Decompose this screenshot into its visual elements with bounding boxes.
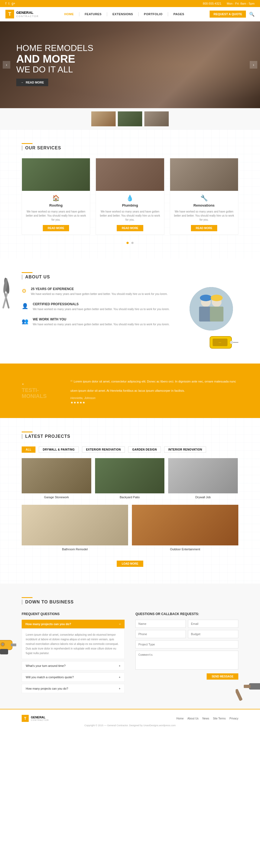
main-nav: T GENERAL CONTRACTOR HOME | FEATURES | E…: [0, 7, 260, 22]
drill-decoration: [0, 629, 16, 663]
social-links[interactable]: f t g+: [5, 2, 15, 5]
faq-question-3[interactable]: Will you match a competitors quote? +: [22, 673, 125, 682]
work-content: WE WORK WITH YOU We have worked so many …: [33, 317, 169, 327]
faq-question-2[interactable]: What's your turn around time? +: [22, 661, 125, 671]
hero-thumb-3[interactable]: [144, 112, 169, 126]
slider-dots: [22, 240, 238, 245]
garage-image: [22, 458, 91, 493]
hero-next-arrow[interactable]: ›: [250, 61, 257, 69]
svg-rect-8: [210, 307, 223, 321]
service-card-plumbing: 💧 Plumbing We have worked so many years …: [96, 158, 164, 235]
professionals-content: CERTIFIED PROFESSIONALS We have worked s…: [33, 302, 169, 311]
nav-pages[interactable]: PAGES: [173, 12, 184, 16]
projects-filter: All Drywall & Painting Exterior Renovati…: [22, 446, 238, 453]
nav-right: Request a Quote 🔍: [209, 10, 255, 18]
footer-logo-text: GENERAL CONTRACTOR: [31, 716, 49, 721]
filter-exterior[interactable]: Exterior Renovation: [82, 446, 125, 453]
drywall-image: [168, 458, 238, 493]
hero-section: ‹ HOME REMODELS AND MORE WE DO IT ALL Re…: [0, 22, 260, 108]
project-card-backyard: Backyard Patio: [95, 458, 165, 501]
plumbing-icon: 💧: [96, 195, 164, 202]
submit-wrap: Send Message: [135, 673, 238, 680]
hero-read-more-button[interactable]: Read More: [16, 79, 48, 86]
nav-extensions[interactable]: EXTENSIONS: [112, 12, 133, 16]
logo-text: GENERAL CONTRACTOR: [16, 10, 39, 18]
experience-content: 25 YEARS OF EXPERIENCE We have worked so…: [31, 287, 168, 296]
renovations-read-more-button[interactable]: Read More: [191, 225, 217, 231]
testimonials-label: ✦ TESTI-MONIALS: [22, 382, 60, 399]
filter-garden[interactable]: Garden Design: [128, 446, 161, 453]
nav-features[interactable]: FEATURES: [85, 12, 102, 16]
about-left: ⚙ 25 YEARS OF EXPERIENCE We have worked …: [22, 287, 179, 333]
section-divider: [22, 143, 32, 144]
footer-links: Home About Us News Site Terms Privacy: [176, 717, 238, 720]
projects-section: LATEST PROJECTS All Drywall & Painting E…: [0, 418, 260, 584]
top-bar: f t g+ 800-555-4321 Mon - Fri: 8am - 5pm: [0, 0, 260, 7]
faq-expand-icon-2: +: [119, 676, 121, 679]
filter-interior[interactable]: Interior Renovation: [164, 446, 206, 453]
search-icon[interactable]: 🔍: [249, 12, 255, 17]
about-work-with-you: 👥 WE WORK WITH YOU We have worked so man…: [22, 317, 179, 327]
business-section: DOWN TO BUSINESS Frequent Questions How …: [0, 584, 260, 709]
testimonials-big-text: TESTI-MONIALS: [22, 387, 60, 399]
business-divider: [22, 597, 32, 598]
about-divider: [22, 272, 32, 273]
experience-icon: ⚙: [22, 288, 27, 294]
quote-button[interactable]: Request a Quote: [209, 10, 246, 18]
footer-about[interactable]: About Us: [187, 717, 198, 720]
filter-all[interactable]: All: [22, 446, 35, 453]
contact-column: Questions or Callback Requests: Send Mes…: [135, 612, 238, 695]
services-section: OUR SERVICES 🏠 Roofing We have worked so…: [0, 130, 260, 258]
footer-news[interactable]: News: [202, 717, 209, 720]
work-icon: 👥: [22, 318, 28, 324]
roofing-read-more-button[interactable]: Read More: [43, 225, 69, 231]
contact-title: Questions or Callback Requests:: [135, 612, 238, 616]
project-card-outdoor: Outdoor Entertainment: [132, 505, 238, 553]
about-right: ↔: [190, 287, 238, 350]
roofing-icon: 🏠: [22, 195, 90, 202]
hero-thumb-1[interactable]: [91, 112, 116, 126]
hero-thumb-2[interactable]: [118, 112, 142, 126]
backyard-image: [95, 458, 165, 493]
faq-question-4[interactable]: How many projects can you do? +: [22, 684, 125, 693]
svg-text:↔: ↔: [218, 340, 222, 345]
dot-active[interactable]: [127, 242, 129, 244]
hero-prev-arrow[interactable]: ‹: [3, 61, 10, 69]
testimonial-stars: ★★★★★: [70, 401, 238, 404]
plumbing-read-more-button[interactable]: Read More: [117, 225, 143, 231]
footer-terms[interactable]: Site Terms: [213, 717, 226, 720]
svg-rect-24: [249, 683, 260, 689]
renovations-name: Renovations: [170, 203, 238, 207]
nav-home[interactable]: HOME: [64, 12, 74, 16]
twitter-icon[interactable]: t: [8, 2, 9, 5]
faq-question-1[interactable]: How many projects can you do? −: [22, 620, 125, 628]
phone-number: 800-555-4321: [203, 2, 222, 5]
testimonial-author: Henrietta, Johnson: [70, 396, 238, 400]
footer-privacy[interactable]: Privacy: [229, 717, 238, 720]
logo: T GENERAL CONTRACTOR: [5, 10, 39, 19]
outdoor-name: Outdoor Entertainment: [132, 546, 238, 553]
nav-portfolio[interactable]: PORTFOLIO: [144, 12, 162, 16]
facebook-icon[interactable]: f: [5, 2, 6, 5]
testimonials-section: ✦ TESTI-MONIALS Lorem ipsum dolor sit am…: [0, 364, 260, 418]
footer-home[interactable]: Home: [176, 717, 184, 720]
google-icon[interactable]: g+: [12, 2, 15, 5]
phone-input[interactable]: [135, 630, 186, 638]
filter-drywall[interactable]: Drywall & Painting: [39, 446, 79, 453]
submit-button[interactable]: Send Message: [207, 673, 238, 680]
svg-point-22: [2, 643, 4, 646]
dot-inactive[interactable]: [131, 242, 133, 244]
comments-input[interactable]: [135, 651, 238, 670]
project-type-input[interactable]: [135, 640, 238, 648]
pliers-decoration: [0, 275, 13, 310]
budget-input[interactable]: [188, 630, 238, 638]
svg-point-9: [200, 294, 212, 301]
form-phone-budget-row: [135, 630, 238, 638]
service-card-renovations: 🔧 Renovations We have worked so many yea…: [170, 158, 238, 235]
load-more-button[interactable]: Load More: [117, 561, 143, 567]
service-card-roofing: 🏠 Roofing We have worked so many years a…: [22, 158, 90, 235]
testimonial-content: Lorem ipsum dolor sit amet, consectetur …: [70, 377, 238, 404]
email-input[interactable]: [188, 620, 238, 628]
svg-point-10: [211, 294, 223, 301]
name-input[interactable]: [135, 620, 186, 628]
